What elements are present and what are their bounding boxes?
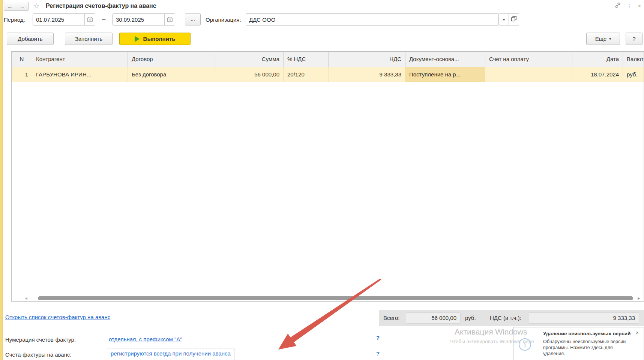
play-icon <box>135 36 140 42</box>
organization-open-button[interactable] <box>509 13 519 25</box>
close-window-icon[interactable]: × <box>638 3 641 9</box>
table-body: 1ГАРБУНОВА ИРИН...Без договора56 000,002… <box>12 67 644 82</box>
table-cell[interactable]: 1 <box>12 67 32 82</box>
table-header: NКонтрагентДоговорСумма% НДСНДСДокумент-… <box>12 52 644 67</box>
totals-strip: Всего: 56 000,00 руб. НДС (в т.ч.): 9 33… <box>379 310 644 326</box>
window-edge-strip <box>0 0 3 360</box>
open-invoice-list-link[interactable]: Открыть список счетов-фактур на аванс <box>5 314 110 320</box>
vat-label: НДС (в т.ч.): <box>490 315 521 321</box>
column-header-2[interactable]: Договор <box>128 52 216 67</box>
table-cell[interactable]: 56 000,00 <box>216 67 284 82</box>
fill-button-label: Заполнить <box>75 36 103 42</box>
column-header-3[interactable]: Сумма <box>216 52 284 67</box>
column-header-0[interactable]: N <box>12 52 32 67</box>
windows-activation-watermark: Активация Windows <box>455 327 527 336</box>
numbering-link[interactable]: отдельная, с префиксом "А" <box>109 336 182 342</box>
numbering-label: Нумерация счетов-фактур: <box>5 336 76 343</box>
forward-button[interactable]: → <box>16 2 29 11</box>
forward-icon: → <box>20 3 25 10</box>
scroll-left-icon[interactable] <box>25 297 27 300</box>
period-dash: – <box>102 16 105 23</box>
open-in-window-icon <box>511 16 516 23</box>
run-button-label: Выполнить <box>143 36 176 42</box>
advance-help-icon[interactable]: ? <box>376 350 380 357</box>
back-icon: ← <box>7 3 13 10</box>
column-header-6[interactable]: Документ-основа... <box>405 52 485 67</box>
column-header-4[interactable]: % НДС <box>284 52 329 67</box>
nav-group: ← → <box>4 2 29 11</box>
calendar-icon[interactable] <box>164 14 175 25</box>
total-currency: руб. <box>465 315 476 321</box>
invoice-table: NКонтрагентДоговорСумма% НДСНДСДокумент-… <box>11 51 644 302</box>
chevron-down-icon: ▾ <box>503 18 505 22</box>
table-cell[interactable]: ГАРБУНОВА ИРИН... <box>32 67 128 82</box>
column-header-1[interactable]: Контрагент <box>32 52 128 67</box>
table-cell[interactable] <box>485 67 572 82</box>
date-from-value[interactable]: 01.07.2025 <box>33 16 84 23</box>
period-label: Период: <box>4 16 25 23</box>
command-bar: Добавить Заполнить Выполнить Еще ▾ ? <box>4 33 644 45</box>
more-actions-label: Еще <box>595 36 607 42</box>
add-button[interactable]: Добавить <box>7 33 54 45</box>
advance-link-focus-box: регистрируются всегда при получении аван… <box>107 348 234 360</box>
scrollbar-thumb[interactable] <box>38 296 633 300</box>
total-label: Всего: <box>383 315 400 321</box>
advance-label: Счета-фактуры на аванс: <box>5 351 72 358</box>
column-header-7[interactable]: Счет на оплату <box>485 52 572 67</box>
date-from-field: 01.07.2025 <box>33 13 95 25</box>
total-value: 56 000,00 <box>406 312 461 324</box>
organization-value[interactable]: ДДС ООО <box>246 16 498 23</box>
more-menu-icon[interactable]: ⋮ <box>627 3 632 9</box>
organization-field: ДДС ООО <box>246 13 499 25</box>
table-row[interactable]: 1ГАРБУНОВА ИРИН...Без договора56 000,002… <box>12 67 644 82</box>
horizontal-scrollbar[interactable] <box>12 296 644 300</box>
calendar-icon[interactable] <box>84 14 95 25</box>
help-button[interactable]: ? <box>626 33 642 45</box>
link-icon[interactable] <box>615 2 621 9</box>
numbering-help-icon[interactable]: ? <box>376 335 380 341</box>
info-circle-icon: i <box>519 338 531 351</box>
table-cell[interactable]: 9 333,33 <box>329 67 405 82</box>
popup-body[interactable]: Обнаружены неиспользуемые версии програм… <box>543 339 632 357</box>
table-cell[interactable]: руб. <box>623 67 644 82</box>
popup-title: Удаление неиспользуемых версий <box>543 331 630 336</box>
date-to-value[interactable]: 30.09.2025 <box>113 16 164 23</box>
scroll-right-icon[interactable] <box>638 297 640 300</box>
organization-label: Организация: <box>206 16 241 23</box>
page-title: Регистрация счетов-фактур на аванс <box>46 3 156 9</box>
run-button[interactable]: Выполнить <box>119 33 191 45</box>
table-cell[interactable]: 18.07.2024 <box>572 67 623 82</box>
title-bar: ← → ☆ Регистрация счетов-фактур на аванс… <box>4 0 644 12</box>
back-button[interactable]: ← <box>4 2 16 11</box>
date-to-field: 30.09.2025 <box>113 13 175 25</box>
table-cell[interactable]: Без договора <box>128 67 216 82</box>
add-button-label: Добавить <box>18 36 42 42</box>
column-header-5[interactable]: НДС <box>329 52 405 67</box>
vat-value: 9 333,33 <box>528 312 639 324</box>
more-actions-button[interactable]: Еще ▾ <box>586 33 620 45</box>
favorite-star-icon[interactable]: ☆ <box>33 1 40 10</box>
column-header-8[interactable]: Дата <box>572 52 623 67</box>
chevron-down-icon: ▾ <box>609 37 611 41</box>
period-settings-button[interactable]: ... <box>185 13 201 25</box>
column-header-9[interactable]: Валюта <box>623 52 644 67</box>
filter-row: Период: 01.07.2025 – 30.09.2025 ... Орга… <box>4 13 644 26</box>
fill-button[interactable]: Заполнить <box>65 33 113 45</box>
organization-dropdown-button[interactable]: ▾ <box>499 13 509 25</box>
advance-link[interactable]: регистрируются всегда при получении аван… <box>111 350 231 357</box>
table-cell[interactable]: 20/120 <box>284 67 329 82</box>
popup-close-icon[interactable]: × <box>636 330 639 336</box>
table-cell[interactable]: Поступление на р... <box>405 67 485 82</box>
help-button-label: ? <box>632 36 635 42</box>
